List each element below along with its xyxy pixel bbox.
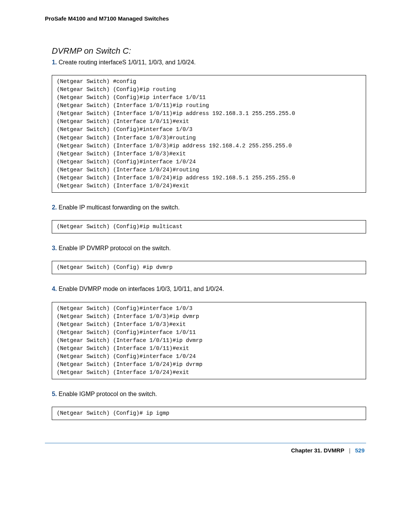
footer-rule — [45, 443, 366, 443]
step-2-text: Enable IP multicast forwarding on the sw… — [59, 204, 180, 211]
code-block-5: (Netgear Switch) (Config)# ip igmp — [52, 407, 366, 420]
step-1-text: Create routing interfaceS 1/0/11, 1/0/3,… — [59, 59, 196, 66]
running-header: ProSafe M4100 and M7100 Managed Switches — [45, 15, 366, 22]
steps-list-cont-3: Enable IP DVMRP protocol on the switch. — [52, 244, 366, 252]
code-block-1: (Netgear Switch) #config (Netgear Switch… — [52, 75, 366, 192]
step-4-text: Enable DVMRP mode on interfaces 1/0/3, 1… — [59, 286, 224, 292]
page-footer: Chapter 31. DVMRP | 529 — [45, 447, 366, 454]
steps-list-cont-2: Enable IP multicast forwarding on the sw… — [52, 203, 366, 212]
footer-separator: | — [349, 447, 350, 454]
step-4: Enable DVMRP mode on interfaces 1/0/3, 1… — [59, 285, 366, 293]
section-title: DVRMP on Switch C: — [52, 46, 366, 56]
code-block-4: (Netgear Switch) (Config)#interface 1/0/… — [52, 302, 366, 379]
steps-list: Create routing interfaceS 1/0/11, 1/0/3,… — [52, 58, 366, 67]
code-block-3: (Netgear Switch) (Config) #ip dvmrp — [52, 261, 366, 274]
footer-page-number: 529 — [355, 447, 365, 454]
step-3-text: Enable IP DVMRP protocol on the switch. — [59, 245, 171, 251]
step-3: Enable IP DVMRP protocol on the switch. — [59, 244, 366, 252]
step-2: Enable IP multicast forwarding on the sw… — [59, 203, 366, 212]
step-5-text: Enable IGMP protocol on the switch. — [59, 391, 157, 397]
page: ProSafe M4100 and M7100 Managed Switches… — [0, 0, 411, 532]
steps-list-cont-5: Enable IGMP protocol on the switch. — [52, 390, 366, 398]
step-1: Create routing interfaceS 1/0/11, 1/0/3,… — [59, 58, 366, 67]
steps-list-cont-4: Enable DVMRP mode on interfaces 1/0/3, 1… — [52, 285, 366, 293]
step-5: Enable IGMP protocol on the switch. — [59, 390, 366, 398]
code-block-2: (Netgear Switch) (Config)#ip multicast — [52, 220, 366, 233]
footer-chapter: Chapter 31. DVMRP — [291, 447, 344, 454]
